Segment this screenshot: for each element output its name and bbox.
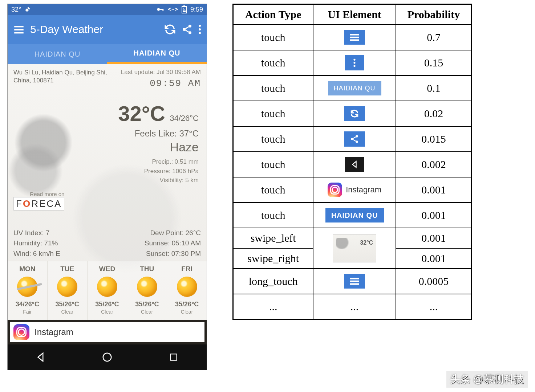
ellipsis: ... <box>350 301 359 313</box>
foreca-logo: FORECA <box>13 197 64 211</box>
status-bar: 32° <··> 9:59 <box>8 4 207 15</box>
svg-rect-16 <box>170 354 177 360</box>
phone-frame: 32° <··> 9:59 5-Day Weather <box>7 4 207 370</box>
col-prob: Probability <box>396 4 472 25</box>
sun-icon <box>177 277 197 297</box>
svg-rect-8 <box>14 32 24 33</box>
probability: 0.001 <box>396 228 472 248</box>
more-icon[interactable] <box>198 24 202 35</box>
action-type: touch <box>233 152 313 177</box>
table-row: swipe_left0.001 <box>233 228 472 248</box>
day-temp: 35/26°C <box>89 301 126 308</box>
ui-element <box>313 101 396 126</box>
table-row: touchInstagram0.001 <box>233 177 472 203</box>
action-type: touch <box>233 203 313 228</box>
refresh-icon[interactable] <box>164 23 176 36</box>
instagram-icon <box>328 183 342 197</box>
col-element: UI Element <box>313 4 396 25</box>
ui-element: Instagram <box>313 177 396 203</box>
forecast-row[interactable]: MON34/26°CFairTUE35/26°CClearWED35/26°CC… <box>8 261 207 320</box>
watermark: 头条 @慕测科技 <box>446 371 528 388</box>
satellite-icon <box>24 6 31 13</box>
action-type: touch <box>233 25 313 50</box>
table-row: touch0.7 <box>233 25 472 50</box>
svg-point-20 <box>354 59 356 61</box>
day-temp: 35/26°C <box>169 301 205 308</box>
tab-haidian-active[interactable]: HAIDIAN QU <box>107 44 207 64</box>
day-name: THU <box>129 265 165 273</box>
notification-label: Instagram <box>35 327 73 337</box>
svg-rect-26 <box>350 278 359 279</box>
day-cond: Clear <box>49 309 86 315</box>
visibility: Visibility: 5 km <box>16 176 199 185</box>
instagram-icon <box>13 324 29 340</box>
svg-rect-5 <box>183 11 186 12</box>
forecast-day[interactable]: TUE35/26°CClear <box>48 261 88 320</box>
col-action: Action Type <box>233 4 313 25</box>
svg-point-12 <box>199 25 201 27</box>
temp-range: 34/26°C <box>170 114 199 123</box>
back-button[interactable] <box>33 350 48 364</box>
svg-rect-18 <box>350 37 359 38</box>
svg-point-24 <box>351 138 353 140</box>
vpn-key-icon <box>156 5 164 13</box>
battery-icon <box>182 5 187 13</box>
tab-chip-active: HAIDIAN QU <box>325 208 384 222</box>
action-type: long_touch <box>233 269 313 294</box>
app-bar: 5-Day Weather <box>8 15 207 44</box>
menu-icon[interactable] <box>13 23 25 36</box>
forecast-day[interactable]: FRI35/26°CClear <box>167 261 207 320</box>
svg-rect-6 <box>14 26 24 27</box>
svg-point-21 <box>354 62 356 64</box>
precip: Precip.: 0.51 mm <box>16 157 199 167</box>
table-row: touch0.015 <box>233 126 472 152</box>
action-probability-table: Action Type UI Element Probability touch… <box>232 4 472 320</box>
ui-element <box>313 152 396 177</box>
forecast-day[interactable]: THU35/26°CClear <box>127 261 167 320</box>
attribution[interactable]: Read more on FORECA <box>13 191 64 211</box>
svg-point-11 <box>189 31 191 34</box>
menu-icon <box>344 30 365 45</box>
share-icon <box>344 131 365 147</box>
stats-left: UV Index: 7 Humidity: 71% Wind: 6 km/h E <box>13 228 60 259</box>
svg-point-10 <box>183 28 186 31</box>
recent-button[interactable] <box>166 350 181 364</box>
action-type: touch <box>233 101 313 126</box>
notification-strip: Instagram <box>8 320 207 344</box>
action-type: touch <box>233 75 313 101</box>
weather-panel[interactable]: Wu Si Lu, Haidian Qu, Beijing Shi, China… <box>8 64 207 344</box>
svg-rect-28 <box>350 283 359 285</box>
probability: 0.002 <box>396 152 472 177</box>
svg-rect-7 <box>14 29 24 30</box>
svg-point-13 <box>199 28 201 30</box>
tab-chip-inactive: HAIDIAN QU <box>328 81 381 95</box>
tab-haidian-inactive[interactable]: HAIDIAN QU <box>8 44 107 64</box>
day-cond: Clear <box>169 309 205 315</box>
day-temp: 34/26°C <box>9 301 46 308</box>
android-nav-bar <box>8 344 207 370</box>
table-row: ......... <box>233 294 472 320</box>
instagram-notification[interactable]: Instagram <box>10 322 204 342</box>
forecast-day[interactable]: WED35/26°CClear <box>88 261 127 320</box>
forecast-day[interactable]: MON34/26°CFair <box>8 261 48 320</box>
probability: 0.02 <box>396 101 472 126</box>
day-cond: Clear <box>129 309 165 315</box>
table-row: touchHAIDIAN QU0.1 <box>233 75 472 101</box>
table-row: long_touch0.0005 <box>233 269 472 294</box>
home-button[interactable] <box>100 350 114 364</box>
table-row: touch0.15 <box>233 50 472 75</box>
day-name: FRI <box>169 265 205 273</box>
current-temp: 32°C <box>118 102 165 125</box>
svg-rect-4 <box>183 5 185 7</box>
refresh-icon <box>344 106 365 121</box>
sun-icon <box>137 277 157 297</box>
share-icon[interactable] <box>181 24 193 35</box>
svg-point-9 <box>189 25 191 28</box>
svg-point-23 <box>356 135 358 138</box>
ui-element <box>313 228 396 269</box>
feels-like: Feels Like: 37°C <box>16 128 199 139</box>
pressure: Pressure: 1006 hPa <box>16 167 199 176</box>
day-temp: 35/26°C <box>129 301 165 308</box>
day-name: WED <box>89 265 126 273</box>
action-type: swipe_right <box>233 248 313 269</box>
